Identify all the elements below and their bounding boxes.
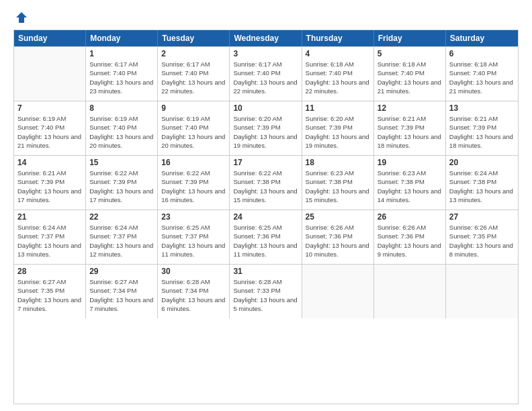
calendar-cell (446, 265, 518, 318)
calendar-row: 21Sunrise: 6:24 AMSunset: 7:37 PMDayligh… (14, 210, 518, 264)
day-info: Sunrise: 6:26 AMSunset: 7:36 PMDaylight:… (306, 223, 370, 259)
day-number: 1 (89, 49, 154, 58)
calendar-cell: 29Sunrise: 6:27 AMSunset: 7:34 PMDayligh… (86, 265, 158, 318)
calendar-header-cell: Sunday (14, 30, 86, 46)
day-info: Sunrise: 6:28 AMSunset: 7:34 PMDaylight:… (161, 277, 226, 313)
calendar-cell: 24Sunrise: 6:25 AMSunset: 7:36 PMDayligh… (230, 210, 302, 264)
calendar-cell: 18Sunrise: 6:23 AMSunset: 7:38 PMDayligh… (302, 156, 374, 210)
day-number: 13 (449, 103, 515, 113)
day-info: Sunrise: 6:24 AMSunset: 7:37 PMDaylight:… (89, 223, 154, 259)
calendar-cell: 17Sunrise: 6:22 AMSunset: 7:38 PMDayligh… (230, 156, 302, 210)
calendar-body: 1Sunrise: 6:17 AMSunset: 7:40 PMDaylight… (14, 46, 518, 318)
page: SundayMondayTuesdayWednesdayThursdayFrid… (0, 0, 532, 411)
calendar-cell: 10Sunrise: 6:20 AMSunset: 7:39 PMDayligh… (230, 101, 302, 155)
calendar-cell (374, 265, 446, 318)
day-info: Sunrise: 6:21 AMSunset: 7:39 PMDaylight:… (378, 114, 442, 150)
calendar-cell: 8Sunrise: 6:19 AMSunset: 7:40 PMDaylight… (86, 101, 158, 155)
day-number: 14 (17, 158, 82, 167)
calendar-cell: 2Sunrise: 6:17 AMSunset: 7:40 PMDaylight… (158, 47, 230, 101)
calendar-header-cell: Friday (374, 30, 446, 46)
calendar-cell: 22Sunrise: 6:24 AMSunset: 7:37 PMDayligh… (86, 210, 158, 264)
day-number: 18 (306, 158, 370, 167)
calendar-cell: 3Sunrise: 6:17 AMSunset: 7:40 PMDaylight… (230, 47, 302, 101)
day-number: 25 (306, 212, 370, 222)
day-info: Sunrise: 6:22 AMSunset: 7:39 PMDaylight:… (89, 169, 154, 204)
day-number: 16 (161, 158, 226, 167)
calendar-cell: 15Sunrise: 6:22 AMSunset: 7:39 PMDayligh… (86, 156, 158, 210)
day-info: Sunrise: 6:27 AMSunset: 7:34 PMDaylight:… (89, 277, 154, 313)
day-info: Sunrise: 6:19 AMSunset: 7:40 PMDaylight:… (161, 114, 226, 150)
day-number: 6 (449, 49, 515, 58)
calendar-cell: 4Sunrise: 6:18 AMSunset: 7:40 PMDaylight… (302, 47, 374, 101)
calendar-cell: 21Sunrise: 6:24 AMSunset: 7:37 PMDayligh… (14, 210, 86, 264)
day-number: 20 (449, 158, 515, 167)
day-info: Sunrise: 6:20 AMSunset: 7:39 PMDaylight:… (233, 114, 298, 150)
calendar-cell: 16Sunrise: 6:22 AMSunset: 7:39 PMDayligh… (158, 156, 230, 210)
day-info: Sunrise: 6:22 AMSunset: 7:38 PMDaylight:… (233, 169, 298, 204)
calendar-cell: 7Sunrise: 6:19 AMSunset: 7:40 PMDaylight… (14, 101, 86, 155)
day-number: 9 (161, 103, 226, 113)
day-number: 5 (378, 49, 442, 58)
day-number: 3 (233, 49, 298, 58)
day-number: 23 (161, 212, 226, 222)
day-number: 7 (17, 103, 82, 113)
day-info: Sunrise: 6:17 AMSunset: 7:40 PMDaylight:… (89, 60, 154, 95)
calendar-row: 7Sunrise: 6:19 AMSunset: 7:40 PMDaylight… (14, 101, 518, 155)
calendar-cell: 14Sunrise: 6:21 AMSunset: 7:39 PMDayligh… (14, 156, 86, 210)
day-info: Sunrise: 6:26 AMSunset: 7:35 PMDaylight:… (449, 223, 515, 259)
day-info: Sunrise: 6:25 AMSunset: 7:36 PMDaylight:… (233, 223, 298, 259)
calendar-cell: 6Sunrise: 6:18 AMSunset: 7:40 PMDaylight… (446, 47, 518, 101)
day-info: Sunrise: 6:26 AMSunset: 7:36 PMDaylight:… (378, 223, 442, 259)
day-info: Sunrise: 6:19 AMSunset: 7:40 PMDaylight:… (89, 114, 154, 150)
day-info: Sunrise: 6:17 AMSunset: 7:40 PMDaylight:… (161, 60, 226, 95)
day-number: 26 (378, 212, 442, 222)
day-number: 4 (306, 49, 370, 58)
day-info: Sunrise: 6:18 AMSunset: 7:40 PMDaylight:… (378, 60, 442, 95)
day-number: 19 (378, 158, 442, 167)
calendar: SundayMondayTuesdayWednesdayThursdayFrid… (13, 30, 519, 404)
day-number: 15 (89, 158, 154, 167)
calendar-cell (14, 47, 86, 101)
day-number: 22 (89, 212, 154, 222)
calendar-cell: 12Sunrise: 6:21 AMSunset: 7:39 PMDayligh… (374, 101, 446, 155)
logo (13, 11, 28, 24)
day-info: Sunrise: 6:27 AMSunset: 7:35 PMDaylight:… (17, 277, 82, 313)
calendar-cell: 1Sunrise: 6:17 AMSunset: 7:40 PMDaylight… (86, 47, 158, 101)
calendar-cell: 19Sunrise: 6:23 AMSunset: 7:38 PMDayligh… (374, 156, 446, 210)
calendar-cell: 9Sunrise: 6:19 AMSunset: 7:40 PMDaylight… (158, 101, 230, 155)
day-info: Sunrise: 6:24 AMSunset: 7:37 PMDaylight:… (17, 223, 82, 259)
day-info: Sunrise: 6:19 AMSunset: 7:40 PMDaylight:… (17, 114, 82, 150)
day-number: 27 (449, 212, 515, 222)
calendar-cell: 28Sunrise: 6:27 AMSunset: 7:35 PMDayligh… (14, 265, 86, 318)
day-info: Sunrise: 6:22 AMSunset: 7:39 PMDaylight:… (161, 169, 226, 204)
calendar-cell: 23Sunrise: 6:25 AMSunset: 7:37 PMDayligh… (158, 210, 230, 264)
calendar-header-cell: Saturday (446, 30, 518, 46)
header (13, 11, 519, 24)
calendar-header-cell: Wednesday (230, 30, 302, 46)
calendar-cell: 13Sunrise: 6:21 AMSunset: 7:39 PMDayligh… (446, 101, 518, 155)
calendar-row: 28Sunrise: 6:27 AMSunset: 7:35 PMDayligh… (14, 264, 518, 318)
day-info: Sunrise: 6:20 AMSunset: 7:39 PMDaylight:… (306, 114, 370, 150)
calendar-cell: 5Sunrise: 6:18 AMSunset: 7:40 PMDaylight… (374, 47, 446, 101)
day-info: Sunrise: 6:21 AMSunset: 7:39 PMDaylight:… (17, 169, 82, 204)
day-info: Sunrise: 6:18 AMSunset: 7:40 PMDaylight:… (306, 60, 370, 95)
calendar-header-cell: Tuesday (158, 30, 230, 46)
calendar-header-cell: Monday (86, 30, 158, 46)
calendar-cell: 30Sunrise: 6:28 AMSunset: 7:34 PMDayligh… (158, 265, 230, 318)
calendar-cell: 27Sunrise: 6:26 AMSunset: 7:35 PMDayligh… (446, 210, 518, 264)
day-info: Sunrise: 6:17 AMSunset: 7:40 PMDaylight:… (233, 60, 298, 95)
calendar-header-cell: Thursday (302, 30, 374, 46)
logo-icon (15, 11, 28, 24)
day-number: 30 (161, 267, 226, 276)
day-number: 8 (89, 103, 154, 113)
day-number: 21 (17, 212, 82, 222)
calendar-row: 14Sunrise: 6:21 AMSunset: 7:39 PMDayligh… (14, 155, 518, 210)
day-number: 24 (233, 212, 298, 222)
day-info: Sunrise: 6:23 AMSunset: 7:38 PMDaylight:… (378, 169, 442, 204)
svg-marker-0 (16, 12, 27, 23)
calendar-cell: 26Sunrise: 6:26 AMSunset: 7:36 PMDayligh… (374, 210, 446, 264)
day-number: 29 (89, 267, 154, 276)
day-info: Sunrise: 6:28 AMSunset: 7:33 PMDaylight:… (233, 277, 298, 313)
calendar-cell (302, 265, 374, 318)
day-info: Sunrise: 6:23 AMSunset: 7:38 PMDaylight:… (306, 169, 370, 204)
